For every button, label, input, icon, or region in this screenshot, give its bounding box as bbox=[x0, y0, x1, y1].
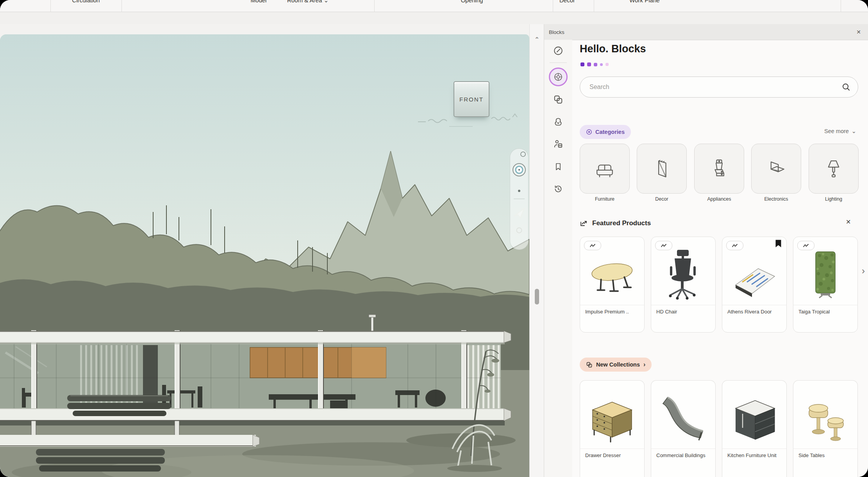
category-label: Decor bbox=[637, 196, 687, 202]
product-image-office-chair bbox=[651, 246, 715, 303]
panel-close-icon[interactable]: ✕ bbox=[856, 29, 861, 35]
category-label: Appliances bbox=[694, 196, 744, 202]
toolbar-divider bbox=[374, 0, 375, 12]
search-bar bbox=[580, 77, 858, 98]
scrollbar-thumb[interactable] bbox=[535, 289, 539, 304]
screen: Circulation Model Room & Area ⌄ Opening … bbox=[0, 0, 868, 477]
product-image-dresser bbox=[580, 390, 644, 447]
tab-model[interactable]: Model bbox=[251, 0, 267, 4]
featured-products-title: Featured Products bbox=[592, 219, 651, 227]
viewport-frame: FRONT bbox=[0, 24, 529, 477]
category-card-furniture[interactable] bbox=[580, 144, 630, 194]
search-icon[interactable] bbox=[841, 82, 851, 92]
history-icon[interactable] bbox=[550, 181, 566, 197]
product-card[interactable]: Taiga Tropical bbox=[793, 237, 858, 333]
chevron-right-icon: › bbox=[643, 361, 645, 368]
blocks-panel: Blocks ✕ bbox=[544, 24, 868, 477]
lamp-icon bbox=[822, 157, 845, 180]
card-divider bbox=[793, 305, 857, 305]
view-cube[interactable]: FRONT bbox=[454, 81, 489, 117]
tab-decor[interactable]: Decor bbox=[559, 0, 575, 4]
toolbar-lower-band bbox=[0, 12, 868, 25]
collection-card[interactable]: Drawer Dresser bbox=[580, 380, 645, 477]
greeting-title: Hello. Blocks bbox=[580, 43, 646, 55]
mini-circle-icon[interactable] bbox=[520, 151, 526, 157]
tab-opening[interactable]: Opening bbox=[461, 0, 483, 4]
card-divider bbox=[580, 449, 644, 449]
product-image-slide bbox=[651, 390, 715, 447]
mini-circle2-icon[interactable] bbox=[516, 227, 523, 234]
toolbar-divider bbox=[594, 0, 594, 12]
toolbar-divider bbox=[553, 0, 553, 12]
card-divider bbox=[793, 449, 857, 449]
product-image-green-wall bbox=[793, 246, 857, 303]
collection-card[interactable]: Side Tables bbox=[793, 380, 858, 477]
tab-room-area[interactable]: Room & Area ⌄ bbox=[287, 0, 329, 4]
orbit-target-icon[interactable] bbox=[511, 162, 527, 178]
viewport-3d[interactable]: FRONT bbox=[0, 34, 529, 477]
new-collections-chip[interactable]: New Collections › bbox=[580, 358, 652, 372]
featured-products-header: Featured Products bbox=[580, 219, 651, 228]
categories-icon bbox=[586, 129, 592, 135]
card-divider bbox=[651, 449, 715, 449]
collection-card[interactable]: Commercial Buildings bbox=[651, 380, 716, 477]
categories-chip-label: Categories bbox=[595, 129, 625, 135]
category-card-lighting[interactable] bbox=[809, 144, 859, 194]
see-more-button[interactable]: See more ⌄ bbox=[824, 128, 856, 134]
search-input[interactable] bbox=[580, 77, 858, 97]
laptop-icon bbox=[765, 157, 788, 180]
blocks-library-icon-active[interactable] bbox=[549, 68, 568, 86]
panel-title: Blocks bbox=[549, 29, 564, 35]
terrace-slab bbox=[0, 435, 256, 447]
panel-header: Blocks ✕ bbox=[544, 24, 868, 40]
toolbar-divider bbox=[121, 0, 122, 12]
product-image-door-panel bbox=[722, 246, 786, 303]
app-window: Circulation Model Room & Area ⌄ Opening … bbox=[0, 0, 868, 477]
navigate-plane-icon[interactable] bbox=[512, 206, 526, 220]
featured-close-icon[interactable]: ✕ bbox=[846, 218, 851, 226]
new-collections-label: New Collections bbox=[596, 361, 640, 368]
benches bbox=[67, 395, 171, 416]
carousel-next-icon[interactable]: › bbox=[862, 265, 865, 276]
terrace-steps bbox=[36, 449, 165, 472]
product-image-side-tables bbox=[793, 390, 857, 447]
see-more-label: See more bbox=[824, 128, 849, 134]
product-card[interactable]: HD Chair bbox=[651, 237, 716, 333]
chevron-down-icon: ⌄ bbox=[852, 128, 856, 134]
collection-name: Kitchen Furniture Unit bbox=[727, 452, 782, 459]
card-divider bbox=[651, 305, 715, 305]
tab-work-plane[interactable]: Work Plane bbox=[629, 0, 659, 4]
canvas-scrollbar[interactable]: ⌃ bbox=[529, 24, 545, 477]
tool-pill-divider bbox=[514, 199, 525, 199]
product-name: Taiga Tropical bbox=[798, 308, 854, 315]
product-card[interactable]: Impulse Premium .. bbox=[580, 237, 645, 333]
product-name: Impulse Premium .. bbox=[585, 308, 640, 315]
user-assets-icon[interactable] bbox=[550, 136, 566, 151]
tab-circulation[interactable]: Circulation bbox=[72, 0, 100, 4]
card-divider bbox=[722, 449, 786, 449]
collection-name: Drawer Dresser bbox=[585, 452, 640, 459]
shape-circle-icon[interactable] bbox=[550, 43, 566, 59]
viewport-tool-pill bbox=[510, 148, 529, 250]
roof-slab bbox=[0, 331, 505, 343]
categories-chip[interactable]: Categories bbox=[580, 125, 631, 139]
scroll-up-icon[interactable]: ⌃ bbox=[530, 36, 544, 43]
collections-icon[interactable] bbox=[550, 92, 566, 107]
product-name: Athens Rivera Door bbox=[727, 308, 782, 315]
collection-card[interactable]: Kitchen Furniture Unit bbox=[722, 380, 787, 477]
view-cube-label: FRONT bbox=[459, 96, 484, 103]
category-label: Electronics bbox=[751, 196, 801, 202]
blender-icon bbox=[708, 157, 730, 180]
category-card-decor[interactable] bbox=[637, 144, 687, 194]
panel-icon-rail bbox=[544, 40, 572, 477]
category-card-appliances[interactable] bbox=[694, 144, 744, 194]
card-divider bbox=[580, 305, 644, 305]
product-image-conference-table bbox=[580, 246, 644, 303]
collection-name: Side Tables bbox=[798, 452, 854, 459]
product-card[interactable]: Athens Rivera Door bbox=[722, 237, 787, 333]
category-card-electronics[interactable] bbox=[751, 144, 801, 194]
bookmark-icon[interactable] bbox=[550, 159, 566, 174]
import-cloud-icon[interactable] bbox=[550, 114, 566, 130]
mirror-frame-icon bbox=[650, 157, 673, 180]
dot-indicator bbox=[518, 189, 521, 192]
